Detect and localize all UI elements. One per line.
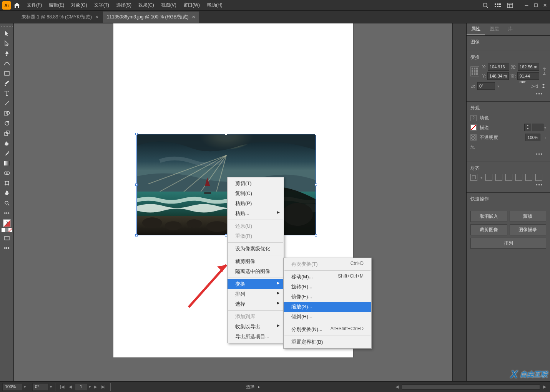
menu-window[interactable]: 窗口(W) <box>183 2 200 8</box>
menu-help[interactable]: 帮助(H) <box>207 2 223 8</box>
image-trace-button[interactable]: 图像描摹 <box>510 224 547 235</box>
close-button[interactable]: ✕ <box>542 3 548 8</box>
mask-button[interactable]: 蒙版 <box>510 211 547 222</box>
menu-object[interactable]: 对象(O) <box>71 2 87 8</box>
flip-horizontal-icon[interactable]: ▷◁ <box>531 83 538 89</box>
resize-handle[interactable] <box>135 133 138 135</box>
ctx-scale[interactable]: 缩放(S)... <box>284 302 371 312</box>
selection-tool[interactable] <box>2 29 12 38</box>
selected-image[interactable] <box>136 134 316 235</box>
menu-file[interactable]: 文件(F) <box>27 2 42 8</box>
direct-selection-tool[interactable] <box>2 39 12 48</box>
app-icon[interactable]: Ai <box>2 1 11 10</box>
scroll-left-icon[interactable]: ◀ <box>394 384 400 389</box>
resize-handle[interactable] <box>135 234 138 237</box>
menu-edit[interactable]: 编辑(E) <box>49 2 64 8</box>
resize-handle[interactable] <box>315 133 317 135</box>
search-icon[interactable] <box>482 2 489 8</box>
flip-vertical-icon[interactable] <box>541 83 546 89</box>
ctx-cut[interactable]: 剪切(T) <box>228 179 284 189</box>
more-tools[interactable]: ••• <box>2 208 12 218</box>
ctx-move[interactable]: 移动(M)...Shift+Ctrl+M <box>284 272 371 282</box>
workspace-switcher-icon[interactable] <box>507 3 513 8</box>
tab-library[interactable]: 库 <box>503 23 517 35</box>
arrange-docs-icon[interactable] <box>495 3 501 8</box>
resize-handle[interactable] <box>135 184 138 186</box>
rotate-view-input[interactable]: 0° <box>32 383 48 391</box>
panel-more-icon[interactable]: ••• <box>470 150 546 159</box>
ctx-pixel-optimize[interactable]: 设为像素级优化 <box>228 244 284 254</box>
dropdown-icon[interactable]: ▾ <box>89 385 91 389</box>
pen-tool[interactable] <box>2 49 12 58</box>
menu-type[interactable]: 文字(T) <box>94 2 109 8</box>
ctx-select[interactable]: 选择▶ <box>228 299 284 309</box>
menu-effect[interactable]: 效果(C) <box>138 2 154 8</box>
ctx-export-selection[interactable]: 导出所选项目... <box>228 332 284 342</box>
maximize-button[interactable]: ☐ <box>533 3 538 8</box>
eraser-tool[interactable] <box>2 139 12 148</box>
close-icon[interactable]: ✕ <box>192 15 195 20</box>
rotate-tool[interactable] <box>2 119 12 128</box>
ctx-transform-each[interactable]: 分别变换(N)...Alt+Shift+Ctrl+D <box>284 324 371 334</box>
scale-tool[interactable] <box>2 129 12 138</box>
opacity-input[interactable]: 100% <box>525 134 540 141</box>
align-top-icon[interactable] <box>515 174 522 181</box>
unembed-button[interactable]: 取消嵌入 <box>470 211 507 222</box>
ctx-collect-export[interactable]: 收集以导出▶ <box>228 322 284 332</box>
artboard-number-input[interactable]: 1 <box>75 383 87 391</box>
y-input[interactable]: 148.34 m <box>487 72 509 80</box>
last-artboard-icon[interactable]: ▶| <box>100 384 107 389</box>
dropdown-icon[interactable]: ▾ <box>50 385 52 389</box>
menu-view[interactable]: 视图(V) <box>161 2 176 8</box>
ctx-copy[interactable]: 复制(C) <box>228 189 284 198</box>
ctx-transform[interactable]: 变换▶ <box>228 279 284 289</box>
align-left-icon[interactable] <box>485 174 492 181</box>
ctx-reflect[interactable]: 镜像(E)... <box>284 292 371 302</box>
dropdown-icon[interactable]: ▾ <box>544 126 546 130</box>
dropdown-icon[interactable]: ▾ <box>497 84 499 88</box>
crop-image-button[interactable]: 裁剪图像 <box>470 224 507 235</box>
align-to-icon[interactable] <box>470 174 477 181</box>
home-icon[interactable] <box>14 3 20 8</box>
screen-mode-tool[interactable] <box>2 233 12 243</box>
line-tool[interactable] <box>2 99 12 108</box>
zoom-input[interactable]: 100% <box>2 383 22 391</box>
artboard-tool[interactable] <box>2 179 12 188</box>
prev-artboard-icon[interactable]: ◀ <box>67 384 73 389</box>
ctx-rotate[interactable]: 旋转(R)... <box>284 282 371 292</box>
align-right-icon[interactable] <box>505 174 512 181</box>
resize-handle[interactable] <box>315 184 317 186</box>
type-tool[interactable] <box>2 89 12 98</box>
ctx-paste-sub[interactable]: 粘贴...▶ <box>228 208 284 218</box>
arrange-button[interactable]: 排列 <box>470 238 546 249</box>
zoom-tool[interactable] <box>2 198 12 208</box>
align-bottom-icon[interactable] <box>535 174 542 181</box>
gradient-tool[interactable] <box>2 159 12 168</box>
fx-label[interactable]: fx. <box>470 145 546 150</box>
stroke-weight-stepper[interactable] <box>524 124 531 131</box>
align-vcenter-icon[interactable] <box>525 174 532 181</box>
ctx-isolate[interactable]: 隔离选中的图像 <box>228 266 284 276</box>
fill-stroke-swatch[interactable] <box>0 219 13 232</box>
eyedropper-tool[interactable] <box>2 149 12 158</box>
height-input[interactable]: 91.44 mm <box>517 72 539 80</box>
shape-builder-tool[interactable] <box>2 169 12 178</box>
fill-swatch[interactable]: ? <box>470 115 477 121</box>
reference-point-selector[interactable] <box>470 66 479 76</box>
panel-more-icon[interactable]: ••• <box>470 90 546 98</box>
resize-handle[interactable] <box>315 234 317 237</box>
rectangle-tool[interactable] <box>2 69 12 78</box>
ctx-arrange[interactable]: 排列▶ <box>228 289 284 299</box>
curvature-tool[interactable] <box>2 59 12 68</box>
ctx-paste[interactable]: 粘贴(P) <box>228 198 284 208</box>
scroll-right-icon[interactable]: ▶ <box>542 384 548 389</box>
tab-layers[interactable]: 图层 <box>485 23 503 35</box>
minimize-button[interactable]: ─ <box>524 3 529 8</box>
horizontal-scrollbar[interactable] <box>402 384 540 390</box>
panel-more-icon[interactable]: ••• <box>470 181 546 189</box>
doc-tab-image[interactable]: 11135086ym3.jpg @ 100 % (RGB/预览) ✕ <box>103 12 199 23</box>
resize-handle[interactable] <box>225 133 227 135</box>
link-dimensions-icon[interactable] <box>542 68 546 75</box>
next-artboard-icon[interactable]: ▶ <box>92 384 98 389</box>
width-input[interactable]: 162.56 m <box>518 63 539 71</box>
